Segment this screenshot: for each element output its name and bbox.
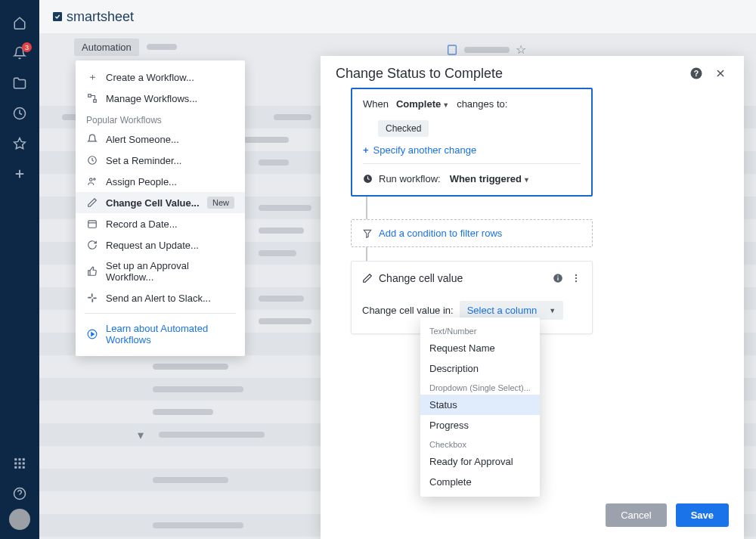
svg-rect-16 (448, 45, 457, 54)
close-icon[interactable] (712, 65, 729, 82)
clock-icon (363, 174, 373, 184)
brand-logo: smartsheet (51, 9, 134, 25)
change-cell-label: Change cell value in: (362, 305, 454, 316)
svg-rect-36 (557, 277, 558, 280)
thumbs-up-icon (86, 265, 98, 277)
svg-marker-29 (91, 333, 94, 336)
menu-approval-workflow[interactable]: Set up an Approval Workflow... (76, 256, 245, 287)
svg-rect-11 (19, 466, 21, 469)
when-label: When (363, 98, 389, 110)
menu-request-update[interactable]: Request an Update... (76, 234, 245, 256)
connector-line (366, 197, 367, 219)
run-workflow-label: Run workflow: (379, 173, 441, 184)
dropdown-option[interactable]: Progress (420, 415, 540, 435)
svg-rect-15 (53, 12, 62, 21)
folder-icon[interactable] (0, 68, 39, 98)
trigger-block: When Complete▼ changes to: Checked +Spec… (351, 88, 593, 197)
pencil-icon (86, 197, 98, 209)
svg-rect-37 (557, 276, 558, 277)
more-icon[interactable] (571, 273, 581, 283)
notification-badge: 3 (22, 42, 32, 52)
svg-point-39 (575, 277, 577, 279)
menu-set-reminder[interactable]: Set a Reminder... (76, 150, 245, 171)
svg-text:?: ? (694, 69, 699, 78)
trigger-value-chip[interactable]: Checked (378, 120, 429, 137)
run-workflow-select[interactable]: When triggered▼ (447, 172, 533, 186)
svg-rect-5 (19, 458, 21, 460)
menu-manage-workflows[interactable]: Manage Workflows... (76, 88, 245, 109)
svg-rect-12 (23, 466, 25, 469)
plus-icon: ＋ (86, 71, 98, 83)
refresh-icon (86, 239, 98, 251)
recents-icon[interactable] (0, 98, 39, 129)
bell-icon (86, 133, 98, 145)
favorites-icon[interactable] (0, 129, 39, 159)
help-icon[interactable]: ? (688, 65, 705, 82)
svg-rect-7 (14, 463, 17, 465)
sheet-header: ☆ (446, 42, 526, 57)
svg-rect-26 (91, 299, 93, 302)
svg-rect-27 (93, 297, 97, 299)
user-avatar[interactable] (9, 509, 30, 530)
star-icon[interactable]: ☆ (516, 42, 526, 57)
dropdown-option[interactable]: Status (420, 395, 540, 415)
svg-rect-10 (14, 466, 17, 469)
play-circle-icon (86, 328, 98, 340)
changes-to-label: changes to: (457, 98, 507, 110)
svg-rect-8 (19, 463, 21, 465)
clock-icon (86, 154, 98, 166)
menu-create-workflow[interactable]: ＋ Create a Workflow... (76, 67, 245, 88)
svg-point-38 (575, 274, 577, 276)
dropdown-option[interactable]: Request Name (420, 338, 540, 358)
menu-assign-people[interactable]: Assign People... (76, 171, 245, 192)
notifications-icon[interactable]: 3 (0, 38, 39, 68)
placeholder (147, 44, 177, 50)
svg-point-21 (94, 178, 95, 180)
dropdown-option[interactable]: Complete (420, 472, 540, 492)
svg-rect-17 (88, 94, 91, 98)
svg-rect-6 (23, 458, 25, 460)
help-icon[interactable] (0, 479, 39, 509)
menu-section-popular: Popular Workflows (76, 109, 245, 129)
dropdown-group: Checkbox (420, 435, 540, 451)
dropdown-option[interactable]: Ready for Approval (420, 451, 540, 472)
menu-learn-link[interactable]: Learn about Automated Workflows (76, 318, 245, 350)
dropdown-group: Dropdown (Single Select)... (420, 379, 540, 395)
svg-marker-1 (14, 138, 26, 149)
info-icon[interactable] (553, 273, 563, 283)
people-icon (86, 175, 98, 187)
svg-rect-4 (14, 458, 17, 460)
apps-icon[interactable] (0, 448, 39, 479)
svg-rect-24 (91, 293, 93, 297)
svg-rect-9 (23, 463, 25, 465)
panel-title: Change Status to Complete (336, 66, 680, 82)
action-title: Change cell value (379, 272, 463, 284)
add-condition-button[interactable]: Add a condition to filter rows (351, 219, 593, 247)
svg-rect-18 (94, 100, 97, 103)
menu-slack-alert[interactable]: Send an Alert to Slack... (76, 287, 245, 308)
slack-icon (86, 292, 98, 304)
svg-rect-25 (88, 297, 91, 299)
dropdown-group: Text/Number (420, 322, 540, 338)
save-button[interactable]: Save (676, 503, 729, 527)
calendar-icon (86, 218, 98, 230)
connector-line (366, 247, 367, 261)
dropdown-option[interactable]: Description (420, 358, 540, 379)
svg-rect-22 (88, 221, 97, 228)
add-icon[interactable] (0, 159, 39, 189)
column-dropdown: Text/Number Request Name Description Dro… (420, 318, 540, 497)
automation-menu: ＋ Create a Workflow... Manage Workflows.… (76, 60, 245, 356)
automation-button[interactable]: Automation (74, 39, 139, 56)
svg-point-20 (90, 178, 93, 181)
pencil-icon (362, 273, 373, 283)
svg-point-40 (575, 280, 577, 282)
cancel-button[interactable]: Cancel (606, 503, 666, 527)
home-icon[interactable] (0, 8, 39, 38)
menu-record-date[interactable]: Record a Date... (76, 213, 245, 234)
specify-another-link[interactable]: +Specify another change (363, 144, 581, 156)
new-badge: New (207, 197, 234, 209)
trigger-column-select[interactable]: Complete▼ (393, 97, 452, 111)
menu-change-cell-value[interactable]: Change Cell Value... New (76, 192, 245, 213)
workflow-icon (86, 92, 98, 104)
menu-alert-someone[interactable]: Alert Someone... (76, 129, 245, 150)
